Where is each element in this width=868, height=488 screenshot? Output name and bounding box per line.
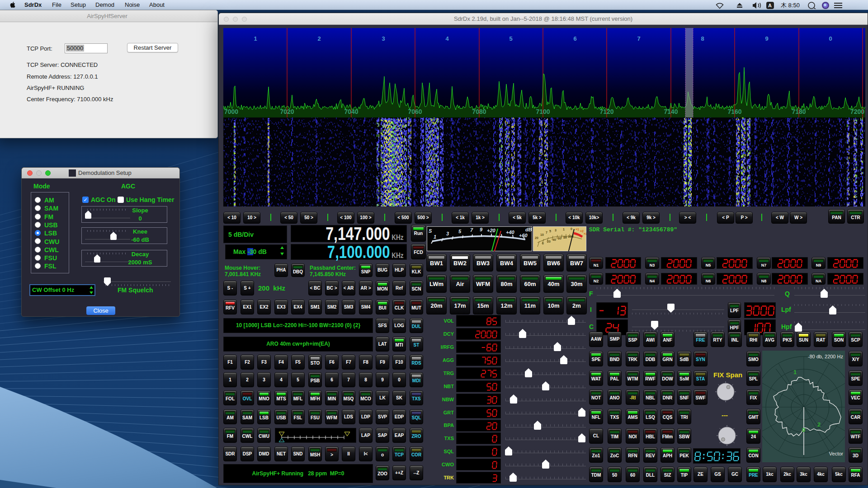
svg-text:9: 9 — [765, 35, 768, 42]
svg-text:+60: +60 — [519, 233, 528, 238]
svg-text:4: 4 — [445, 35, 449, 42]
svg-text:7080: 7080 — [472, 108, 486, 115]
svg-text:7060: 7060 — [408, 108, 422, 115]
svg-text:7: 7 — [637, 35, 640, 42]
svg-text:80: 80 — [563, 236, 567, 239]
svg-text:-80 db, 2200 Hz: -80 db, 2200 Hz — [808, 354, 843, 359]
svg-text:7000: 7000 — [224, 108, 238, 115]
svg-text:5: 5 — [509, 35, 512, 42]
svg-text:1: 1 — [793, 369, 797, 375]
svg-text:S: S — [429, 228, 432, 234]
svg-text:9: 9 — [480, 227, 483, 232]
svg-text:3: 3 — [555, 229, 557, 232]
svg-text:20: 20 — [535, 236, 538, 239]
svg-text:A: A — [768, 3, 772, 8]
svg-text:0: 0 — [571, 227, 572, 230]
svg-text:7200: 7200 — [850, 108, 864, 115]
svg-text:20: 20 — [547, 240, 551, 243]
svg-text:3: 3 — [446, 231, 449, 236]
svg-text:+3: +3 — [584, 232, 586, 235]
svg-text:7160: 7160 — [727, 108, 741, 115]
svg-text:dB: dB — [525, 227, 532, 232]
svg-text:5: 5 — [549, 230, 551, 233]
svg-text:7020: 7020 — [280, 108, 294, 115]
svg-text:6: 6 — [573, 35, 576, 42]
svg-text:2: 2 — [317, 35, 321, 42]
svg-text:2: 2 — [817, 421, 821, 428]
svg-text:7: 7 — [470, 227, 473, 233]
svg-text:1: 1 — [434, 234, 436, 239]
svg-text:7040: 7040 — [344, 108, 358, 115]
svg-text:+1: +1 — [576, 228, 579, 231]
svg-text:0: 0 — [829, 35, 832, 42]
svg-text:1: 1 — [563, 228, 565, 231]
svg-text:1: 1 — [254, 35, 257, 42]
svg-text:7140: 7140 — [664, 108, 678, 115]
svg-text:+40: +40 — [506, 230, 515, 235]
svg-text:5: 5 — [458, 229, 462, 234]
svg-text:+2: +2 — [580, 230, 584, 233]
svg-text:40: 40 — [552, 238, 556, 241]
svg-text:Vector: Vector — [829, 451, 844, 456]
svg-text:7: 7 — [546, 231, 547, 234]
svg-text:0: 0 — [802, 427, 805, 433]
svg-text:7180: 7180 — [792, 108, 806, 115]
svg-text:7100: 7100 — [536, 108, 550, 115]
svg-text:0: 0 — [542, 242, 544, 245]
svg-text:7120: 7120 — [599, 108, 613, 115]
svg-text:60: 60 — [558, 237, 561, 240]
svg-text:3: 3 — [382, 35, 385, 42]
svg-text:+20: +20 — [487, 228, 496, 233]
svg-text:10: 10 — [540, 233, 544, 236]
svg-text:8: 8 — [701, 35, 704, 42]
